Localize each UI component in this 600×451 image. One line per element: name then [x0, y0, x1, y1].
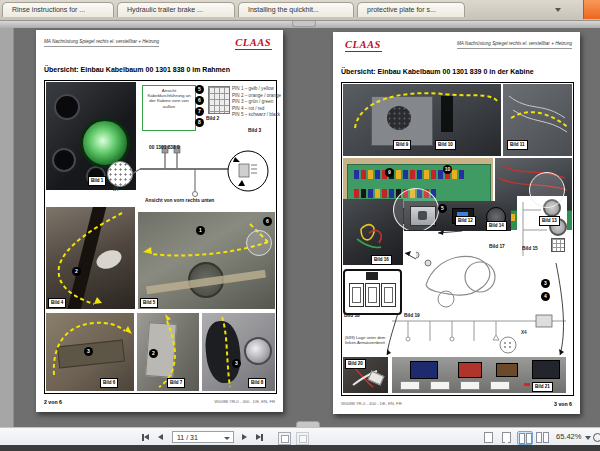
figure-label: Bild 12 — [455, 216, 476, 226]
app-badge-icon[interactable] — [583, 0, 600, 19]
red-marker — [524, 383, 530, 386]
previous-view-button[interactable] — [278, 432, 291, 445]
label-strip — [430, 381, 450, 390]
callout-3: 3 — [541, 279, 550, 288]
connector-face-x4 — [107, 161, 133, 187]
callout-5: 5 — [438, 204, 447, 213]
figure-label: Bild 21 — [532, 382, 553, 392]
document-tab-bar: Rinse instructions for ... Hydraulic tra… — [0, 0, 600, 21]
photo-gearbox-route: 3 Bild 6 — [46, 313, 134, 391]
callout-5: 5 — [195, 85, 204, 94]
view-info-box: Ansicht Kabeldurchführung an der Kabine … — [142, 85, 196, 131]
figure-label: Bild 4 — [48, 298, 66, 308]
status-bar: 11 / 31 65.42% — [0, 427, 600, 446]
harness-number: 00 1301 838 0 — [149, 145, 180, 151]
tab-protective-plate[interactable]: protective plate for s... — [357, 2, 465, 17]
connector-x4-label: X4 — [113, 187, 119, 193]
figure-label: Bild 3 — [248, 128, 261, 134]
continuous-view-button[interactable] — [499, 431, 513, 443]
connector-x4-label: X4 — [521, 330, 527, 336]
switch-symbol — [381, 283, 396, 307]
figure-label: Bild 18 — [344, 313, 360, 319]
detail-circle — [393, 188, 439, 230]
page-number: 3 von 6 — [554, 401, 572, 407]
photo-cable-route-underside: 1 6 Bild 5 — [138, 212, 275, 309]
connector-pinout-icon — [208, 86, 230, 114]
callout-10: 10 — [443, 165, 452, 174]
figure-label: Bild 16 — [371, 255, 392, 265]
collapse-toolbar-handle[interactable] — [292, 21, 316, 27]
relay-block — [410, 361, 438, 379]
yellow-route — [343, 84, 501, 156]
figure-label: Bild 19 — [404, 313, 420, 319]
pin-legend-line: PIN 1 – gelb / yellow — [232, 86, 281, 93]
app-window: Rinse instructions for ... Hydraulic tra… — [0, 0, 600, 451]
page-number: 2 von 6 — [44, 399, 62, 405]
diagram-frame: Bild 1 Ansicht Kabeldurchführung an der … — [44, 80, 277, 394]
single-page-view-button[interactable] — [481, 431, 495, 443]
next-view-button[interactable] — [296, 432, 309, 445]
figure-label: Bild 14 — [486, 221, 507, 231]
figure-label: Bild 20 — [345, 359, 366, 369]
photo-connector-under-dash: Bild 20 — [343, 357, 388, 393]
detail-circle — [529, 172, 565, 208]
callout-9: 9 — [385, 168, 394, 177]
window-bottom-edge — [0, 445, 600, 451]
zoom-level-value: 65.42% — [556, 432, 581, 442]
drawing-switch-panel — [343, 269, 402, 315]
page-title: Übersicht: Einbau Kabelbaum 00 1301 838 … — [44, 66, 230, 73]
figure-label: Bild 13 — [539, 216, 560, 226]
diagram-frame: Bild 9 Bild 10 Bild 11 — [341, 82, 574, 396]
switch-symbol — [349, 283, 364, 307]
last-page-button[interactable] — [256, 432, 263, 442]
tab-rinse-instructions[interactable]: Rinse instructions for ... — [2, 2, 114, 17]
next-page-button[interactable] — [242, 432, 247, 442]
claas-logo: CLAAS — [345, 39, 381, 50]
two-page-continuous-view-button[interactable] — [535, 431, 549, 443]
callout-6: 6 — [263, 217, 272, 226]
tab-installing-quickhit[interactable]: Installing the quickhit... — [238, 2, 354, 17]
page-number-input[interactable]: 11 / 31 — [172, 431, 234, 443]
callout-2: 2 — [72, 267, 81, 276]
figure-label: Bild 9 — [393, 140, 411, 150]
tab-hydraulic-trailer-brake[interactable]: Hydraulic trailer brake ... — [117, 2, 235, 17]
tab-list-dropdown-icon[interactable] — [555, 8, 561, 12]
document-code: W008B YR-0 - 400 - DE, EN, FR — [341, 401, 402, 406]
zoom-out-icon[interactable] — [593, 433, 600, 442]
figure-label: Bild 6 — [100, 378, 118, 388]
figure-label: Bild 1 — [88, 176, 106, 186]
zoom-dropdown-icon[interactable] — [585, 436, 591, 440]
callout-6: 6 — [195, 96, 204, 105]
label-strip — [490, 381, 510, 390]
label-strip — [400, 381, 420, 390]
page-header-note: MA Nachrüstung Spiegel rechts el. verste… — [457, 41, 572, 49]
page-dropdown-icon[interactable] — [224, 437, 230, 440]
document-code: W008B YR-0 - 400 - DE, EN, FR — [214, 399, 275, 404]
pdf-page-right: CLAAS MA Nachrüstung Spiegel rechts el. … — [333, 32, 580, 414]
callout-4: 4 — [541, 292, 550, 301]
figure-label: Bild 11 — [507, 140, 528, 150]
s99-location-note: (S99) Lage unter dem linken Armaturenbre… — [344, 335, 386, 345]
figure-label: Bild 15 — [522, 246, 538, 252]
relay-block — [458, 362, 482, 378]
figure-label: Bild 8 — [248, 378, 266, 388]
relay-block — [496, 363, 518, 377]
photo-cable-route-frame: 2 Bild 4 — [46, 207, 135, 309]
two-page-view-button[interactable] — [517, 431, 533, 445]
claas-logo: CLAAS — [235, 37, 271, 48]
switch-symbol — [365, 283, 380, 307]
callout-2: 2 — [149, 349, 158, 358]
view-caption: Ansicht von vorn rechts unten — [145, 198, 214, 204]
callout-8: 8 — [195, 118, 204, 127]
pin-legend-line: PIN 2 – orange / orange — [232, 93, 281, 100]
harness-sketch — [416, 243, 526, 309]
pdf-page-left: MA Nachrüstung Spiegel rechts el. verste… — [36, 30, 283, 412]
first-page-button[interactable] — [142, 432, 149, 442]
page-title: Übersicht: Einbau Kabelbaum 00 1301 839 … — [341, 68, 534, 75]
figure-label: Bild 2 — [206, 116, 219, 122]
previous-page-button[interactable] — [158, 432, 163, 442]
figure-label: Bild 7 — [167, 378, 185, 388]
label-strip — [460, 381, 480, 390]
callout-3: 3 — [232, 359, 241, 368]
pin-legend-line: PIN 5 – schwarz / black — [232, 112, 281, 119]
